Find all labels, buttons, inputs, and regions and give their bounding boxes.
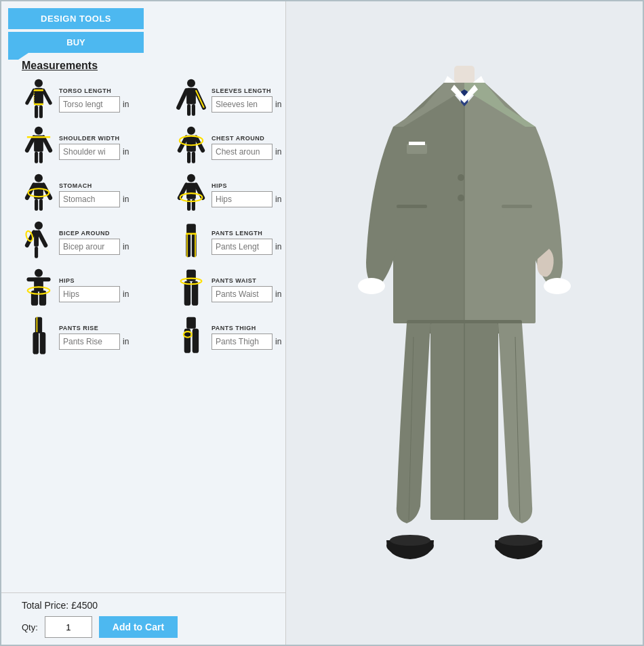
- pants-length-input[interactable]: [212, 239, 273, 255]
- svg-rect-50: [186, 224, 196, 234]
- qty-input[interactable]: [45, 616, 92, 638]
- pants-waist-item: PANTS WAIST in: [212, 276, 285, 302]
- tab-buy[interactable]: BUY: [8, 32, 144, 53]
- torso-length-input[interactable]: [59, 96, 120, 113]
- shoulder-width-input-row: in: [59, 144, 129, 160]
- torso-length-item: TORSO LENGTH in: [59, 86, 161, 113]
- add-to-cart-button[interactable]: Add to Cart: [99, 616, 178, 638]
- shoulder-width-label: SHOULDER WIDTH: [59, 135, 120, 142]
- pants-thigh-unit: in: [275, 337, 281, 346]
- pants-thigh-label: PANTS THIGH: [212, 325, 256, 331]
- svg-point-23: [187, 127, 195, 135]
- svg-point-103: [498, 535, 539, 546]
- hips-upper-figure-icon: [174, 174, 208, 214]
- svg-rect-4: [35, 105, 38, 118]
- sleeves-length-input-row: in: [212, 96, 281, 113]
- hips2-item: HIPS in: [59, 276, 161, 302]
- pants-length-label: PANTS LENGTH: [212, 230, 262, 237]
- svg-rect-13: [187, 104, 190, 116]
- tab-design-tools[interactable]: DESIGN TOOLS: [8, 8, 144, 29]
- bicep-around-unit: in: [123, 242, 129, 251]
- svg-point-37: [187, 174, 195, 182]
- svg-line-2: [27, 90, 34, 103]
- pants-rise-input-row: in: [59, 334, 129, 350]
- bicep-around-item: BICEP AROUND in: [59, 228, 161, 255]
- qty-label: Qty:: [22, 622, 38, 632]
- pants-rise-label: PANTS RISE: [59, 325, 98, 331]
- svg-point-44: [35, 222, 43, 230]
- svg-point-101: [390, 535, 430, 546]
- svg-rect-81: [464, 127, 536, 323]
- svg-rect-72: [193, 329, 199, 353]
- pants-rise-input[interactable]: [59, 334, 120, 350]
- stomach-input[interactable]: [59, 191, 120, 207]
- svg-rect-85: [407, 144, 427, 154]
- svg-rect-66: [35, 317, 42, 334]
- measurements-section: Measurements: [1, 56, 285, 592]
- measurement-group-2: SHOULDER WIDTH in: [22, 126, 275, 167]
- svg-rect-20: [35, 152, 38, 163]
- svg-rect-70: [186, 317, 196, 329]
- total-price: Total Price: £4500: [22, 600, 275, 611]
- svg-rect-28: [192, 152, 195, 163]
- hips-input[interactable]: [212, 191, 273, 207]
- shoulder-width-unit: in: [123, 147, 129, 157]
- hips2-label: HIPS: [59, 277, 75, 284]
- pants-thigh-figure-icon: [174, 316, 208, 357]
- bicep-around-input-row: in: [59, 239, 129, 255]
- measurement-group-1: TORSO LENGTH in: [22, 79, 275, 119]
- svg-rect-27: [187, 152, 190, 163]
- hips2-input[interactable]: [59, 286, 120, 302]
- chest-figure-icon: [174, 126, 208, 167]
- chest-around-item: CHEST AROUND in: [212, 134, 285, 160]
- pants-rise-figure-icon: [22, 316, 56, 357]
- svg-rect-63: [184, 281, 190, 306]
- svg-rect-86: [409, 142, 425, 145]
- svg-line-15: [196, 90, 204, 108]
- stomach-unit: in: [123, 195, 129, 204]
- hips-input-row: in: [212, 191, 281, 207]
- qty-row: Qty: Add to Cart: [22, 616, 275, 638]
- chest-around-unit: in: [275, 147, 281, 157]
- svg-rect-62: [186, 270, 196, 281]
- shoulder-width-input[interactable]: [59, 144, 120, 160]
- bottom-section: Total Price: £4500 Qty: Add to Cart: [1, 592, 285, 645]
- tabs-section: DESIGN TOOLS BUY: [1, 1, 285, 56]
- pants-thigh-item: PANTS THIGH in: [212, 323, 285, 350]
- sleeve-figure-icon: [174, 79, 208, 119]
- pants-waist-input[interactable]: [212, 286, 273, 302]
- torso-length-unit: in: [123, 100, 129, 109]
- svg-rect-67: [33, 332, 39, 355]
- svg-rect-90: [502, 205, 532, 208]
- svg-point-16: [35, 127, 43, 135]
- svg-point-9: [187, 79, 195, 87]
- bicep-around-label: BICEP AROUND: [59, 230, 110, 237]
- svg-point-56: [35, 269, 43, 277]
- left-panel: DESIGN TOOLS BUY Measurements: [1, 1, 286, 645]
- svg-line-47: [39, 232, 45, 245]
- pants-waist-label: PANTS WAIST: [212, 277, 256, 284]
- suit-display: [356, 45, 573, 601]
- chest-around-input[interactable]: [212, 144, 273, 160]
- chest-around-input-row: in: [212, 144, 281, 160]
- measurements-title: Measurements: [22, 60, 275, 72]
- torso-length-label: TORSO LENGTH: [59, 87, 111, 94]
- sleeves-length-label: SLEEVES LENGTH: [212, 87, 271, 94]
- pants-thigh-input[interactable]: [212, 334, 273, 350]
- measurement-group-3: STOMACH in: [22, 174, 275, 214]
- svg-point-0: [35, 79, 43, 87]
- hips2-unit: in: [123, 289, 129, 299]
- hips-lower-figure-icon: [22, 268, 56, 309]
- svg-rect-88: [397, 205, 427, 208]
- shoulder-width-item: SHOULDER WIDTH in: [59, 134, 161, 160]
- sleeves-length-item: SLEEVES LENGTH in: [212, 86, 285, 113]
- svg-rect-35: [39, 199, 43, 211]
- sleeves-length-input[interactable]: [212, 96, 273, 113]
- bicep-around-input[interactable]: [59, 239, 120, 255]
- bicep-figure-icon: [22, 221, 56, 262]
- svg-point-93: [358, 278, 385, 294]
- svg-line-11: [178, 90, 186, 108]
- pants-length-figure-icon: [174, 221, 208, 262]
- stomach-figure-icon: [22, 174, 56, 214]
- svg-point-92: [458, 195, 464, 201]
